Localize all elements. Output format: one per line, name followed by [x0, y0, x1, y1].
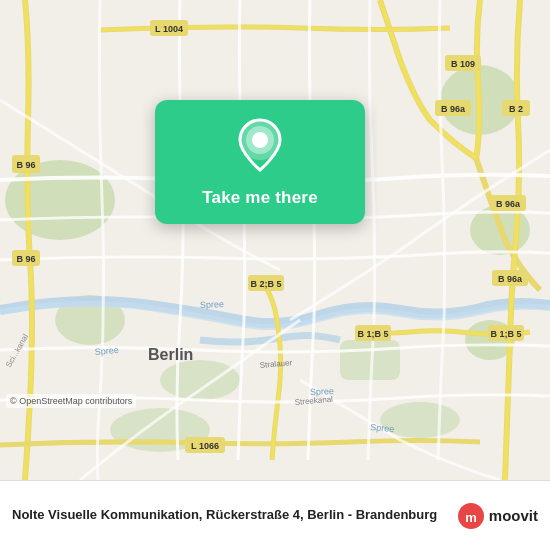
svg-text:B 96a: B 96a: [498, 274, 523, 284]
svg-text:B 96a: B 96a: [441, 104, 466, 114]
svg-text:B 96: B 96: [16, 254, 35, 264]
svg-text:B 2: B 2: [509, 104, 523, 114]
moovit-brand-icon: m: [457, 502, 485, 530]
take-me-there-button[interactable]: Take me there: [202, 188, 318, 208]
moovit-logo[interactable]: m moovit: [457, 502, 538, 530]
svg-text:Spree: Spree: [200, 299, 224, 310]
location-card[interactable]: Take me there: [155, 100, 365, 224]
svg-text:Spree: Spree: [370, 422, 395, 434]
svg-text:B 1;B 5: B 1;B 5: [490, 329, 521, 339]
map-attribution: © OpenStreetMap contributors: [6, 394, 136, 408]
svg-text:B 109: B 109: [451, 59, 475, 69]
moovit-brand-label: moovit: [489, 507, 538, 524]
svg-point-44: [252, 132, 268, 148]
svg-text:B 96: B 96: [16, 160, 35, 170]
bottom-info: Nolte Visuelle Kommunikation, Rückerstra…: [12, 506, 447, 524]
svg-text:B 1;B 5: B 1;B 5: [357, 329, 388, 339]
pin-icon-wrapper: [236, 118, 284, 178]
svg-text:m: m: [465, 510, 477, 525]
location-pin-icon: [236, 118, 284, 174]
svg-text:B 96a: B 96a: [496, 199, 521, 209]
bottom-bar: Nolte Visuelle Kommunikation, Rückerstra…: [0, 480, 550, 550]
location-title: Nolte Visuelle Kommunikation, Rückerstra…: [12, 506, 447, 524]
svg-text:Berlin: Berlin: [148, 346, 193, 363]
svg-text:L 1004: L 1004: [155, 24, 183, 34]
svg-text:L 1066: L 1066: [191, 441, 219, 451]
svg-text:B 2;B 5: B 2;B 5: [250, 279, 281, 289]
svg-text:Spree: Spree: [94, 345, 119, 357]
map-container: B 96 L 1004 B 109 B 96a B 2 B 96a B 96 B…: [0, 0, 550, 480]
svg-point-6: [160, 360, 240, 400]
